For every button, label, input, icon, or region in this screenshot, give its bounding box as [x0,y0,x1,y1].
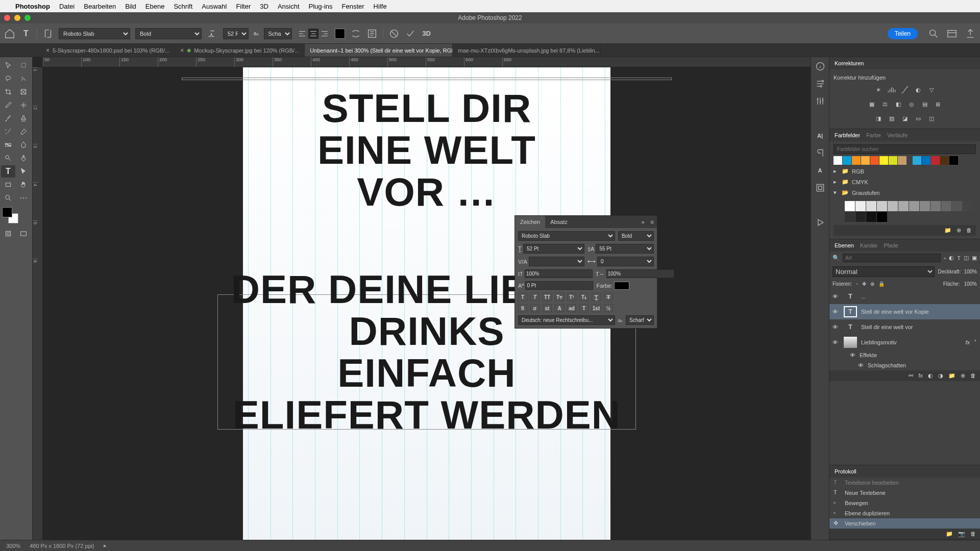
home-icon[interactable] [4,28,15,39]
align-center-button[interactable] [308,29,318,39]
menu-hilfe[interactable]: Hilfe [374,3,387,10]
menu-plugins[interactable]: Plug-ins [309,3,333,10]
brightness-icon[interactable]: ☀ [873,86,884,94]
mixer-icon[interactable]: ▤ [920,100,930,108]
swatch[interactable] [855,212,866,222]
pen-tool[interactable] [16,152,31,164]
character-panel-toggle-icon[interactable]: A| [815,131,825,141]
doc-tab-2[interactable]: Unbenannt–1 bei 300% (Stell dir eine wel… [305,44,453,57]
swash-icon[interactable]: T [579,304,589,312]
char-size-select[interactable]: 52 Pt [523,244,584,254]
titling-icon[interactable]: A [555,304,564,312]
crop-tool[interactable] [1,86,15,98]
swatch[interactable] [922,156,930,165]
history-tab[interactable]: Protokoll [835,468,856,474]
swatch-search-input[interactable] [834,144,976,154]
superscript-icon[interactable]: T¹ [567,293,576,301]
type-tool[interactable]: T [1,165,15,178]
swatch[interactable] [963,201,973,211]
canvas-text-1[interactable]: STELL DIR EINE WELT VOR … [243,88,610,213]
lock-artboard-icon[interactable]: ⊕ [870,281,874,287]
doc-tab-1[interactable]: ×◆Mockup-Skyscraper.jpg bei 120% (RGB/..… [175,44,305,57]
zoom-tool[interactable] [1,192,15,204]
swatch[interactable] [866,212,876,222]
menu-3d[interactable]: 3D [260,3,268,10]
adjustments-panel-icon[interactable] [815,96,825,106]
group-icon[interactable]: 📁 [948,372,955,379]
workspace-icon[interactable] [946,28,958,39]
minimize-window-button[interactable] [14,15,20,21]
font-family-select[interactable]: Roboto Slab [59,28,130,39]
hand-tool[interactable] [16,179,31,191]
eye-icon[interactable]: 👁 [832,339,840,345]
swatch[interactable] [941,201,951,211]
layer-row[interactable]: 👁Lieblingsmotivfx˅ [829,335,980,350]
status-more-icon[interactable]: ▸ [104,542,107,549]
healing-tool[interactable] [16,99,31,111]
doc-tab-3[interactable]: mae-mu-XTztXbv6gMs-unsplash.jpg bei 87,8… [453,44,601,57]
swatch-folder-rgb[interactable]: ▸📁RGB [834,167,976,176]
layer-row[interactable]: 👁TStell dir eine welt vor [829,319,980,335]
close-tab-icon[interactable]: × [180,47,184,54]
half-icon[interactable]: ½ [604,304,613,312]
layers-tab[interactable]: Ebenen [835,242,854,248]
brush-tool[interactable] [1,112,15,124]
char-baseline-input[interactable] [525,281,593,290]
menu-ebene[interactable]: Ebene [145,3,165,10]
artboard-tool[interactable] [16,59,31,71]
swatch[interactable] [870,156,879,165]
path-select-tool[interactable] [16,165,31,178]
lasso-tool[interactable] [1,72,15,85]
swatch-trash-icon[interactable]: 🗑 [966,227,972,234]
maximize-window-button[interactable] [24,15,31,21]
eye-icon[interactable]: 👁 [832,324,840,330]
swatch[interactable] [843,156,851,165]
layer-filter-input[interactable] [843,254,941,262]
share-cloud-icon[interactable] [965,28,976,39]
menu-ansicht[interactable]: Ansicht [278,3,300,10]
lookup-icon[interactable]: ⊞ [933,100,943,108]
eye-icon[interactable]: 👁 [858,362,864,368]
character-panel[interactable]: Zeichen Absatz » ≡ Roboto SlabBold T̲52 … [514,215,657,329]
eraser-tool[interactable] [16,126,31,138]
subscript-icon[interactable]: T₁ [579,293,589,301]
text-color-swatch[interactable] [335,29,345,39]
swatch[interactable] [940,156,949,165]
history-item[interactable]: TNeue Textebene [829,488,980,498]
eye-icon[interactable]: 👁 [832,293,840,299]
swatch[interactable] [920,201,930,211]
font-weight-select[interactable]: Bold [135,28,202,39]
history-brush-tool[interactable] [1,126,15,138]
eye-icon[interactable]: 👁 [850,352,855,358]
underline-icon[interactable]: T̲ [592,293,601,301]
history-item[interactable]: ▫Ebene duplizieren [829,508,980,518]
selective-icon[interactable]: ◫ [926,114,937,122]
app-name[interactable]: Photoshop [15,3,50,10]
smallcaps-icon[interactable]: Tᴛ [555,293,564,301]
zoom-level[interactable]: 300% [6,543,20,549]
hue-icon[interactable]: ▦ [867,100,877,108]
char-aa-select[interactable]: Scharf [626,315,654,325]
font-size-select[interactable]: 52 Pt [223,28,249,39]
swatches-tab[interactable]: Farbfelder [835,132,860,138]
text-orientation-icon[interactable] [42,28,54,39]
close-window-button[interactable] [4,15,10,21]
ligature-icon[interactable]: fi [518,304,527,312]
stylistic-icon[interactable]: st [543,304,552,312]
corrections-tab[interactable]: Korrekturen [835,60,864,66]
strike-icon[interactable]: T̶ [604,293,613,301]
eyedropper-tool[interactable] [1,99,15,111]
history-trash-icon[interactable]: 🗑 [970,531,976,537]
char-tracking-select[interactable]: 0 [597,257,654,266]
screen-mode-tool[interactable] [16,228,31,240]
filter-smart-icon[interactable]: ▣ [972,255,977,261]
menu-filter[interactable]: Filter [236,3,251,10]
lock-all-icon[interactable]: 🔒 [878,281,885,287]
history-snapshot-icon[interactable]: 📁 [946,531,953,537]
paths-tab[interactable]: Pfade [884,242,898,248]
history-item[interactable]: ▫Bewegen [829,498,980,508]
menu-auswahl[interactable]: Auswahl [202,3,227,10]
swatch[interactable] [834,156,842,165]
fx-icon[interactable]: fx [918,372,923,379]
swatch[interactable] [930,201,941,211]
